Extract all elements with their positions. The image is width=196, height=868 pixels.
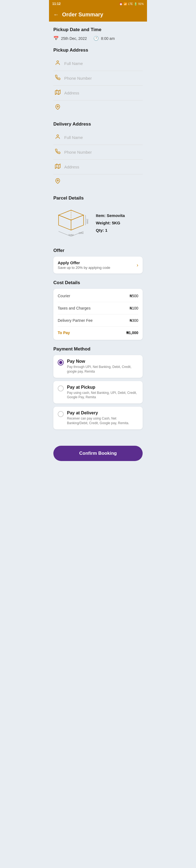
delivery-address-section: Delivery Address Full Name Phone Number [53,121,143,189]
back-button[interactable]: ← [53,11,59,18]
offer-section: Offer Apply Offer Save up to 20% by appl… [53,248,143,274]
battery-icon: 🔋 [134,2,137,5]
status-icons: ⏰ 📶 LTE 🔋 91% [119,2,144,5]
parcel-qty: Qty: 1 [96,226,143,234]
svg-point-9 [57,180,58,181]
pay-delivery-subtitle: Receiver can pay using Cash, Net Banking… [67,416,138,426]
offer-text: Apply Offer Save up to 20% by applying c… [58,260,110,270]
delivery-address-title: Delivery Address [53,121,143,127]
time-item: 🕐 8:00 am [93,36,115,41]
svg-text:1MM: 1MM [79,232,84,235]
pay-now-subtitle: Pay through UPI, Net Banking, Debit, Cre… [67,365,138,374]
pickup-fullname-row: Full Name [53,56,143,71]
total-value: ₦1,000 [126,331,138,335]
map-icon [54,90,61,96]
radio-pay-now-inner [59,361,62,364]
parcel-info: Item: Semovita Weight: 5KG Qty: 1 [96,212,143,234]
svg-marker-1 [55,90,60,95]
delivery-location-row [53,175,143,189]
delivery-phone-placeholder: Phone Number [64,150,92,154]
delivery-phone-row: Phone Number [53,145,143,160]
person-icon [54,60,61,67]
cost-section: Cost Details Courier ₦500 Taxes and Char… [53,280,143,340]
parcel-box-svg: 5MM 2MM 1MM [53,206,89,237]
payment-option-pay-delivery[interactable]: Pay at Delivery Receiver can pay using C… [53,407,143,429]
delivery-phone-icon [54,149,61,156]
payment-option-pay-now[interactable]: Pay Now Pay through UPI, Net Banking, De… [53,355,143,378]
svg-marker-6 [55,164,60,169]
delivery-fullname-row: Full Name [53,130,143,145]
partner-value: ₦300 [129,318,138,322]
cost-section-title: Cost Details [53,280,143,285]
pickup-fullname-placeholder: Full Name [64,61,83,66]
payment-section: Payment Method Pay Now Pay through UPI, … [53,346,143,429]
radio-pay-now[interactable] [58,360,64,366]
status-bar: 11:12 ⏰ 📶 LTE 🔋 91% [49,0,147,8]
pickup-address-placeholder: Address [64,91,79,95]
offer-arrow-icon: › [136,262,138,268]
confirm-button-wrapper: Confirm Booking [49,441,147,465]
delivery-fullname-placeholder: Full Name [64,135,83,140]
radio-pay-pickup[interactable] [58,385,64,392]
pickup-location-row [53,100,143,115]
offer-section-title: Offer [53,248,143,253]
cost-row-partner: Delivery Partner Fee ₦300 [58,314,138,327]
parcel-section-title: Parcel Details [53,195,143,201]
partner-label: Delivery Partner Fee [58,318,92,322]
alarm-icon: ⏰ [119,2,122,5]
cost-card: Courier ₦500 Taxes and Charges ₦100 Deli… [53,289,143,340]
cost-row-taxes: Taxes and Charges ₦100 [58,302,138,314]
signal-text: LTE [128,2,133,5]
main-content: Pickup Date and Time 📅 25th Dec, 2022 🕐 … [49,22,147,441]
pay-delivery-text: Pay at Delivery Receiver can pay using C… [67,410,138,426]
total-label: To Pay [58,331,70,335]
offer-card[interactable]: Apply Offer Save up to 20% by applying c… [53,256,143,274]
taxes-value: ₦100 [129,306,138,310]
date-item: 📅 25th Dec, 2022 [53,36,87,41]
pickup-address-section: Pickup Address Full Name Phone Number [53,48,143,115]
clock-icon: 🕐 [93,36,99,41]
pay-pickup-subtitle: Pay using cash, Net Banking, UPI, Debit,… [67,391,138,400]
pickup-address-row: Address [53,86,143,100]
pickup-phone-placeholder: Phone Number [64,76,92,81]
parcel-content: 5MM 2MM 1MM Item: Semovita Weight: 5KG Q… [53,204,143,241]
pickup-time: 8:00 am [101,36,115,41]
svg-text:5MM: 5MM [69,234,74,237]
pickup-address-title: Pickup Address [53,48,143,53]
parcel-weight: Weight: 5KG [96,219,143,226]
cost-row-total: To Pay ₦1,000 [58,327,138,339]
courier-value: ₦500 [129,294,138,298]
delivery-address-placeholder: Address [64,164,79,169]
pickup-date: 25th Dec, 2022 [61,36,87,41]
phone-icon [54,75,61,82]
pickup-datetime-title: Pickup Date and Time [53,27,143,32]
svg-point-0 [57,61,59,63]
location-icon [54,104,61,111]
confirm-booking-button[interactable]: Confirm Booking [53,446,143,461]
delivery-location-icon [54,178,61,185]
payment-option-pay-pickup[interactable]: Pay at Pickup Pay using cash, Net Bankin… [53,381,143,404]
datetime-row: 📅 25th Dec, 2022 🕐 8:00 am [53,36,143,41]
pay-pickup-title: Pay at Pickup [67,385,138,390]
parcel-item: Item: Semovita [96,212,143,219]
header-title: Order Summary [62,11,103,18]
battery-text: 91% [138,2,144,5]
delivery-person-icon [54,134,61,141]
header: ← Order Summary [49,8,147,22]
cost-row-courier: Courier ₦500 [58,290,138,302]
calendar-icon: 📅 [53,36,59,41]
payment-section-title: Payment Method [53,346,143,352]
pay-delivery-title: Pay at Delivery [67,410,138,415]
status-time: 11:12 [52,2,61,6]
pay-pickup-text: Pay at Pickup Pay using cash, Net Bankin… [67,385,138,400]
pickup-phone-row: Phone Number [53,71,143,86]
radio-pay-delivery[interactable] [58,411,64,417]
offer-title: Apply Offer [58,260,110,265]
pay-now-text: Pay Now Pay through UPI, Net Banking, De… [67,359,138,374]
svg-point-5 [57,135,59,137]
courier-label: Courier [58,294,70,298]
delivery-address-row: Address [53,160,143,175]
parcel-box: 5MM 2MM 1MM [53,206,91,239]
delivery-map-icon [54,163,61,170]
wifi-icon: 📶 [124,2,127,5]
